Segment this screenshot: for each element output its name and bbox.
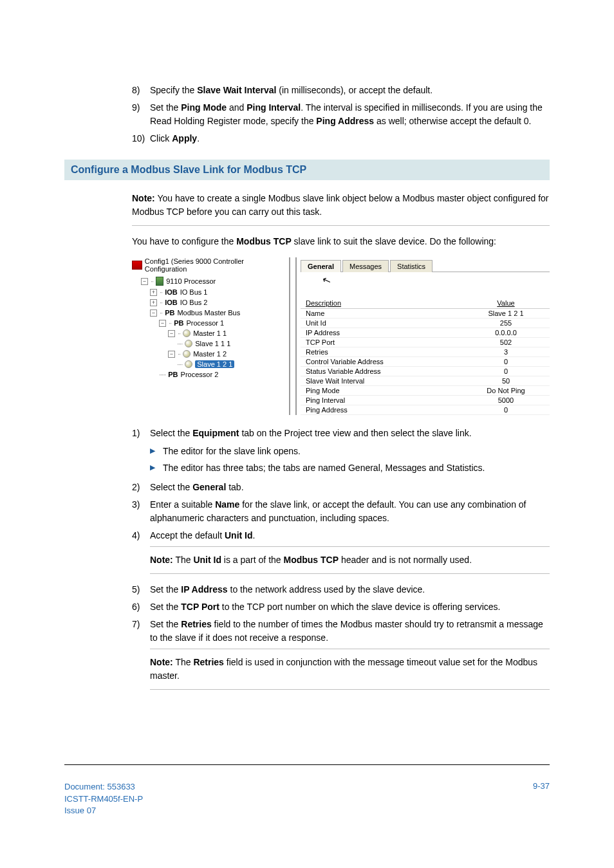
table-row[interactable]: NameSlave 1 2 1 xyxy=(301,309,550,319)
tree-node-processor2[interactable]: ····· PB Processor 2 xyxy=(132,369,286,380)
step-number: 10) xyxy=(132,132,150,145)
tree-prefix: PB xyxy=(174,319,183,327)
tree-prefix: IOB xyxy=(165,288,178,296)
tab-messages[interactable]: Messages xyxy=(342,260,389,272)
step-text: Click Apply. xyxy=(150,132,550,145)
table-row[interactable]: Ping Address0 xyxy=(301,405,550,415)
tree-label: Modbus Master Bus xyxy=(177,309,240,317)
master-icon xyxy=(183,329,191,337)
tree-label: IO Bus 2 xyxy=(180,299,208,306)
note-retries: Note: The Retries field is used in conju… xyxy=(150,649,550,690)
bullet-arrow-icon: ▶ xyxy=(150,461,163,474)
expand-toggle[interactable]: + xyxy=(150,299,157,306)
step-number: 1) xyxy=(132,427,150,440)
note-intro: Note: You have to create a single Modbus… xyxy=(132,192,550,226)
tree-label: Processor 1 xyxy=(186,319,224,327)
table-row[interactable]: Status Variable Address0 xyxy=(301,367,550,376)
tree-prefix: IOB xyxy=(165,299,178,306)
footer-code: ICSTT-RM405f-EN-P xyxy=(64,793,143,805)
step-number: 9) xyxy=(132,101,150,128)
tree-node-slave121-selected[interactable]: ···· Slave 1 2 1 xyxy=(132,359,286,369)
tree-label: Master 1 2 xyxy=(193,350,227,358)
table-row[interactable]: Ping Interval5000 xyxy=(301,396,550,405)
table-row[interactable]: Ping ModeDo Not Ping xyxy=(301,386,550,396)
step-text: Accept the default Unit Id. xyxy=(150,529,550,542)
table-row[interactable]: Unit Id255 xyxy=(301,319,550,328)
step-number: 2) xyxy=(132,481,150,494)
expand-toggle[interactable]: − xyxy=(168,330,175,337)
tree-node-slave111[interactable]: ···· Slave 1 1 1 xyxy=(132,338,286,349)
step-text: Specify the Slave Wait Interval (in mill… xyxy=(150,84,550,97)
tree-prefix: PB xyxy=(165,309,174,317)
step-number: 7) xyxy=(132,618,150,645)
tree-node-processor1[interactable]: − ·· PB Processor 1 xyxy=(132,318,286,328)
slave-icon xyxy=(185,360,192,368)
bullet-text: The editor for the slave link opens. xyxy=(163,444,301,458)
footer: Document: 553633 ICSTT-RM405f-EN-P Issue… xyxy=(64,781,550,817)
step-number: 6) xyxy=(132,600,150,614)
step-text: Set the TCP Port to the TCP port number … xyxy=(150,600,550,614)
embedded-screenshot: Config1 (Series 9000 Controller Configur… xyxy=(132,257,550,415)
table-row[interactable]: Control Variable Address0 xyxy=(301,357,550,367)
step-text: Enter a suitable Name for the slave link… xyxy=(150,498,550,525)
expand-toggle[interactable]: − xyxy=(159,320,166,327)
tree-node-processor[interactable]: − ·· 9110 Processor xyxy=(132,275,286,287)
step-number: 8) xyxy=(132,84,150,97)
column-description: Description xyxy=(301,298,462,309)
footer-document: Document: 553633 xyxy=(64,781,143,793)
step-number: 4) xyxy=(132,529,150,542)
tree-prefix: PB xyxy=(168,371,178,378)
table-row[interactable]: TCP Port502 xyxy=(301,338,550,347)
tab-statistics[interactable]: Statistics xyxy=(390,260,433,272)
tab-general[interactable]: General xyxy=(301,260,341,272)
master-icon xyxy=(183,350,191,358)
processor-icon xyxy=(156,277,163,286)
step-text: Select the Equipment tab on the Project … xyxy=(150,427,550,440)
step-text: Set the Ping Mode and Ping Interval. The… xyxy=(150,101,550,128)
bullet-text: The editor has three tabs; the tabs are … xyxy=(163,461,485,475)
table-row[interactable]: Retries3 xyxy=(301,347,550,357)
properties-tabs: General Messages Statistics xyxy=(301,257,550,272)
note-unitid: Note: The Unit Id is a part of the Modbu… xyxy=(150,546,550,574)
tree-label: Slave 1 1 1 xyxy=(195,340,230,347)
step-text: Set the IP Address to the network addres… xyxy=(150,583,550,596)
bullet-arrow-icon: ▶ xyxy=(150,444,163,457)
step-number: 3) xyxy=(132,498,150,525)
slave-icon xyxy=(185,340,192,347)
config-icon xyxy=(132,261,142,270)
tree-panel: Config1 (Series 9000 Controller Configur… xyxy=(132,257,290,415)
steps-top: 8) Specify the Slave Wait Interval (in m… xyxy=(132,84,550,145)
tree-label: Processor 2 xyxy=(181,371,219,378)
tree-node-iob1[interactable]: + ·· IOB IO Bus 1 xyxy=(132,287,286,297)
expand-toggle[interactable]: − xyxy=(141,278,148,285)
sub-bullets: ▶ The editor for the slave link opens. ▶… xyxy=(150,444,550,476)
section-header: Configure a Modbus Slave Link for Modbus… xyxy=(64,160,550,180)
expand-toggle[interactable]: − xyxy=(150,309,157,317)
tree-node-master12[interactable]: − ·· Master 1 2 xyxy=(132,349,286,359)
tree-root-label: Config1 (Series 9000 Controller Configur… xyxy=(145,257,286,273)
footer-page: 9-37 xyxy=(533,781,550,817)
expand-toggle[interactable]: + xyxy=(150,289,157,296)
tree-node-modbus-master-bus[interactable]: − ·· PB Modbus Master Bus xyxy=(132,308,286,318)
tree-root[interactable]: Config1 (Series 9000 Controller Configur… xyxy=(132,257,286,273)
table-row[interactable]: IP Address0.0.0.0 xyxy=(301,328,550,338)
table-row[interactable]: Slave Wait Interval50 xyxy=(301,376,550,386)
tree-node-master11[interactable]: − ·· Master 1 1 xyxy=(132,328,286,338)
properties-panel: General Messages Statistics ↖ Descriptio… xyxy=(295,257,550,415)
tree-label: 9110 Processor xyxy=(166,277,216,285)
expand-toggle[interactable]: − xyxy=(168,351,175,358)
step-text: Set the Retries field to the number of t… xyxy=(150,618,550,645)
tree-label-selected: Slave 1 2 1 xyxy=(195,360,234,368)
steps-middle: 1) Select the Equipment tab on the Proje… xyxy=(132,427,550,440)
tree-label: Master 1 1 xyxy=(193,329,227,337)
steps-after: 5) Set the IP Address to the network add… xyxy=(132,583,550,645)
tree-node-iob2[interactable]: + ·· IOB IO Bus 2 xyxy=(132,297,286,308)
footer-issue: Issue 07 xyxy=(64,805,143,817)
lead-paragraph: You have to configure the Modbus TCP sla… xyxy=(132,235,550,248)
cursor-icon: ↖ xyxy=(321,273,333,287)
step-text: Select the General tab. xyxy=(150,481,550,494)
property-table: Description Value NameSlave 1 2 1 Unit I… xyxy=(301,298,550,415)
tree-label: IO Bus 1 xyxy=(180,288,208,296)
step-number: 5) xyxy=(132,583,150,596)
footer-rule xyxy=(64,764,550,765)
